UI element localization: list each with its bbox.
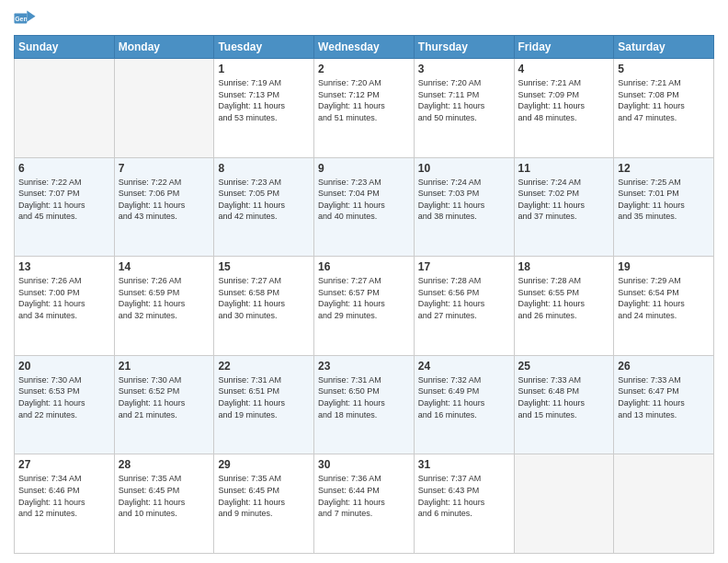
calendar-cell: 11Sunrise: 7:24 AM Sunset: 7:02 PM Dayli… [514, 157, 614, 257]
day-number: 28 [119, 458, 210, 471]
day-info: Sunrise: 7:28 AM Sunset: 6:56 PM Dayligh… [418, 275, 510, 321]
day-number: 6 [18, 162, 110, 175]
calendar-cell: 26Sunrise: 7:33 AM Sunset: 6:47 PM Dayli… [614, 355, 714, 454]
calendar-week-row: 6Sunrise: 7:22 AM Sunset: 7:07 PM Daylig… [15, 157, 714, 257]
calendar-cell: 23Sunrise: 7:31 AM Sunset: 6:50 PM Dayli… [314, 355, 415, 454]
day-info: Sunrise: 7:21 AM Sunset: 7:08 PM Dayligh… [618, 77, 710, 123]
calendar-cell: 31Sunrise: 7:37 AM Sunset: 6:43 PM Dayli… [414, 454, 514, 554]
day-number: 1 [218, 63, 310, 75]
calendar-cell: 22Sunrise: 7:31 AM Sunset: 6:51 PM Dayli… [214, 355, 314, 454]
day-info: Sunrise: 7:23 AM Sunset: 7:04 PM Dayligh… [318, 177, 410, 223]
calendar-cell: 15Sunrise: 7:27 AM Sunset: 6:58 PM Dayli… [214, 257, 314, 356]
calendar-cell: 13Sunrise: 7:26 AM Sunset: 7:00 PM Dayli… [15, 257, 115, 356]
calendar-week-row: 13Sunrise: 7:26 AM Sunset: 7:00 PM Dayli… [15, 257, 714, 356]
calendar-cell: 20Sunrise: 7:30 AM Sunset: 6:53 PM Dayli… [15, 355, 115, 454]
day-info: Sunrise: 7:31 AM Sunset: 6:50 PM Dayligh… [318, 374, 410, 420]
calendar-cell: 12Sunrise: 7:25 AM Sunset: 7:01 PM Dayli… [614, 157, 714, 257]
calendar-header-row: SundayMondayTuesdayWednesdayThursdayFrid… [15, 36, 714, 59]
day-info: Sunrise: 7:27 AM Sunset: 6:57 PM Dayligh… [318, 275, 410, 321]
day-number: 22 [218, 360, 310, 373]
day-info: Sunrise: 7:23 AM Sunset: 7:05 PM Dayligh… [218, 177, 310, 223]
day-number: 26 [618, 360, 710, 373]
day-info: Sunrise: 7:19 AM Sunset: 7:13 PM Dayligh… [218, 77, 310, 123]
day-info: Sunrise: 7:30 AM Sunset: 6:52 PM Dayligh… [119, 374, 210, 420]
day-info: Sunrise: 7:22 AM Sunset: 7:06 PM Dayligh… [119, 177, 210, 223]
day-number: 12 [618, 162, 710, 175]
day-info: Sunrise: 7:24 AM Sunset: 7:03 PM Dayligh… [418, 177, 510, 223]
calendar-cell: 9Sunrise: 7:23 AM Sunset: 7:04 PM Daylig… [314, 157, 415, 257]
day-number: 8 [218, 162, 310, 175]
calendar-cell: 29Sunrise: 7:35 AM Sunset: 6:45 PM Dayli… [214, 454, 314, 554]
day-number: 10 [418, 162, 510, 175]
day-number: 5 [618, 63, 710, 75]
day-info: Sunrise: 7:35 AM Sunset: 6:45 PM Dayligh… [119, 473, 210, 519]
day-number: 23 [318, 360, 410, 373]
day-header-sunday: Sunday [15, 36, 115, 59]
day-number: 3 [418, 63, 510, 75]
calendar-cell: 5Sunrise: 7:21 AM Sunset: 7:08 PM Daylig… [614, 59, 714, 158]
logo: Gen [14, 9, 40, 28]
day-info: Sunrise: 7:33 AM Sunset: 6:48 PM Dayligh… [518, 374, 610, 420]
day-info: Sunrise: 7:24 AM Sunset: 7:02 PM Dayligh… [518, 177, 610, 223]
day-number: 9 [318, 162, 410, 175]
day-info: Sunrise: 7:30 AM Sunset: 6:53 PM Dayligh… [18, 374, 110, 420]
day-number: 27 [18, 458, 110, 471]
calendar-cell: 2Sunrise: 7:20 AM Sunset: 7:12 PM Daylig… [314, 59, 415, 158]
day-info: Sunrise: 7:26 AM Sunset: 6:59 PM Dayligh… [119, 275, 210, 321]
day-number: 30 [318, 458, 410, 471]
day-number: 21 [119, 360, 210, 373]
calendar-cell: 8Sunrise: 7:23 AM Sunset: 7:05 PM Daylig… [214, 157, 314, 257]
day-info: Sunrise: 7:34 AM Sunset: 6:46 PM Dayligh… [18, 473, 110, 519]
calendar-cell: 6Sunrise: 7:22 AM Sunset: 7:07 PM Daylig… [15, 157, 115, 257]
day-number: 20 [18, 360, 110, 373]
calendar-cell: 10Sunrise: 7:24 AM Sunset: 7:03 PM Dayli… [414, 157, 514, 257]
day-number: 25 [518, 360, 610, 373]
calendar-cell: 14Sunrise: 7:26 AM Sunset: 6:59 PM Dayli… [114, 257, 214, 356]
calendar-cell: 30Sunrise: 7:36 AM Sunset: 6:44 PM Dayli… [314, 454, 415, 554]
day-info: Sunrise: 7:29 AM Sunset: 6:54 PM Dayligh… [618, 275, 710, 321]
day-info: Sunrise: 7:33 AM Sunset: 6:47 PM Dayligh… [618, 374, 710, 420]
calendar-cell: 21Sunrise: 7:30 AM Sunset: 6:52 PM Dayli… [114, 355, 214, 454]
day-number: 4 [518, 63, 610, 75]
calendar-cell: 16Sunrise: 7:27 AM Sunset: 6:57 PM Dayli… [314, 257, 415, 356]
day-info: Sunrise: 7:37 AM Sunset: 6:43 PM Dayligh… [418, 473, 510, 519]
day-info: Sunrise: 7:31 AM Sunset: 6:51 PM Dayligh… [218, 374, 310, 420]
logo-icon: Gen [14, 9, 36, 28]
calendar-cell [514, 454, 614, 554]
day-number: 16 [318, 260, 410, 273]
day-number: 11 [518, 162, 610, 175]
day-info: Sunrise: 7:26 AM Sunset: 7:00 PM Dayligh… [18, 275, 110, 321]
day-info: Sunrise: 7:25 AM Sunset: 7:01 PM Dayligh… [618, 177, 710, 223]
calendar-table: SundayMondayTuesdayWednesdayThursdayFrid… [14, 35, 714, 554]
calendar-cell: 17Sunrise: 7:28 AM Sunset: 6:56 PM Dayli… [414, 257, 514, 356]
page: Gen SundayMondayTuesdayWednesdayThursday… [0, 0, 728, 563]
calendar-cell [614, 454, 714, 554]
calendar-cell: 19Sunrise: 7:29 AM Sunset: 6:54 PM Dayli… [614, 257, 714, 356]
day-number: 24 [418, 360, 510, 373]
day-number: 15 [218, 260, 310, 273]
day-info: Sunrise: 7:28 AM Sunset: 6:55 PM Dayligh… [518, 275, 610, 321]
calendar-week-row: 27Sunrise: 7:34 AM Sunset: 6:46 PM Dayli… [15, 454, 714, 554]
day-number: 13 [18, 260, 110, 273]
header: Gen [14, 9, 714, 28]
day-number: 29 [218, 458, 310, 471]
day-info: Sunrise: 7:32 AM Sunset: 6:49 PM Dayligh… [418, 374, 510, 420]
day-number: 2 [318, 63, 410, 75]
day-info: Sunrise: 7:20 AM Sunset: 7:11 PM Dayligh… [418, 77, 510, 123]
calendar-cell [15, 59, 115, 158]
calendar-cell: 3Sunrise: 7:20 AM Sunset: 7:11 PM Daylig… [414, 59, 514, 158]
calendar-cell: 24Sunrise: 7:32 AM Sunset: 6:49 PM Dayli… [414, 355, 514, 454]
calendar-cell: 27Sunrise: 7:34 AM Sunset: 6:46 PM Dayli… [15, 454, 115, 554]
calendar-cell: 7Sunrise: 7:22 AM Sunset: 7:06 PM Daylig… [114, 157, 214, 257]
calendar-week-row: 20Sunrise: 7:30 AM Sunset: 6:53 PM Dayli… [15, 355, 714, 454]
day-info: Sunrise: 7:22 AM Sunset: 7:07 PM Dayligh… [18, 177, 110, 223]
day-info: Sunrise: 7:36 AM Sunset: 6:44 PM Dayligh… [318, 473, 410, 519]
day-info: Sunrise: 7:27 AM Sunset: 6:58 PM Dayligh… [218, 275, 310, 321]
day-number: 18 [518, 260, 610, 273]
calendar-cell: 4Sunrise: 7:21 AM Sunset: 7:09 PM Daylig… [514, 59, 614, 158]
day-info: Sunrise: 7:20 AM Sunset: 7:12 PM Dayligh… [318, 77, 410, 123]
day-header-wednesday: Wednesday [314, 36, 415, 59]
calendar-cell: 1Sunrise: 7:19 AM Sunset: 7:13 PM Daylig… [214, 59, 314, 158]
day-header-monday: Monday [114, 36, 214, 59]
day-header-friday: Friday [514, 36, 614, 59]
